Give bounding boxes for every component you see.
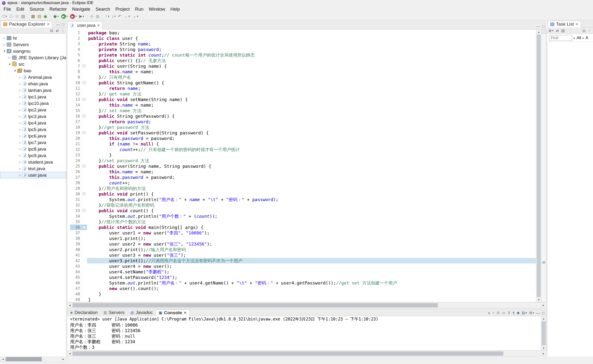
expand-arrow-icon[interactable]: ▷ <box>18 134 23 138</box>
menu-project[interactable]: Project <box>113 7 132 12</box>
editor-vertical-scrollbar[interactable]: ▴ ▾ <box>536 29 541 302</box>
code-line-13[interactable]: 13− public void setName(String name) { <box>67 97 536 102</box>
code-line-44[interactable]: 44 user4.setName("李鹏程"); <box>67 269 536 275</box>
tree-item-student-java[interactable]: ▷student.java <box>0 159 66 165</box>
scroll-lock-icon[interactable]: ⇕ <box>507 311 511 315</box>
scroll-thumb[interactable] <box>6 357 42 361</box>
scroll-left-icon[interactable]: ◂ <box>67 351 72 356</box>
scroll-track[interactable] <box>541 321 546 346</box>
dropdown-arrow-icon[interactable]: ▾ <box>75 15 77 18</box>
menu-source[interactable]: Source <box>27 7 47 12</box>
code-line-31[interactable]: 31 System.out.println("用户名：" + name + "\… <box>67 197 536 202</box>
expand-arrow-icon[interactable]: ▷ <box>18 82 23 86</box>
expand-arrow-icon[interactable]: ▷ <box>18 115 23 118</box>
code-line-19[interactable]: 19− public void setPassword(String passw… <box>67 130 536 136</box>
close-console-icon[interactable] <box>184 310 186 315</box>
code-line-6[interactable]: 6 public user() {}// 无参方法 <box>67 58 536 63</box>
tree-item-xiangmu[interactable]: ▾xiangmu <box>0 48 66 54</box>
tree-item-lanhan-java[interactable]: ▷lanhan.java <box>0 87 66 94</box>
scroll-up-icon[interactable]: ▴ <box>541 316 546 321</box>
link-with-editor-icon[interactable]: ⇄ <box>56 29 59 33</box>
pin-console-icon[interactable]: ◆ <box>517 311 520 315</box>
expand-arrow-icon[interactable]: ▷ <box>18 102 23 105</box>
tree-item-user-java[interactable]: ▷user.java <box>0 172 66 178</box>
new-wizard-icon[interactable]: □▾ <box>2 13 8 20</box>
code-line-5[interactable]: 5 private static int count;// count每一个用户… <box>67 52 536 58</box>
scroll-down-icon[interactable]: ▾ <box>536 297 541 302</box>
scroll-thumb[interactable] <box>72 303 438 307</box>
code-line-48[interactable]: 48 } <box>67 291 536 297</box>
scroll-down-icon[interactable]: ▾ <box>541 346 546 350</box>
code-line-22[interactable]: 22 count++;// 只有创建一个新的密码的时候才有一个用户统计 <box>67 147 536 152</box>
scroll-left-icon[interactable]: ◂ <box>0 357 6 362</box>
scroll-thumb[interactable] <box>542 321 546 345</box>
debug-icon[interactable]: ◉▾ <box>52 13 59 20</box>
fold-marker-icon[interactable]: − <box>82 64 86 68</box>
code-line-15[interactable]: 15 }// set name 方法 <box>67 108 536 113</box>
menu-help[interactable]: Help <box>168 7 182 12</box>
scroll-thumb[interactable] <box>537 35 541 297</box>
code-line-34[interactable]: 34 System.out.println("用户个数：" + (count))… <box>67 213 536 219</box>
code-line-16[interactable]: 16− public String getPassword() { <box>67 113 536 119</box>
code-line-12[interactable]: 12 }// get name 方法 <box>67 91 536 97</box>
menu-run[interactable]: Run <box>132 7 146 12</box>
tree-item-lpc4-java[interactable]: ▷lpc4.java <box>0 120 66 126</box>
view-menu-icon[interactable]: ⋮ <box>61 29 65 33</box>
expand-arrow-icon[interactable]: ▷ <box>18 147 23 151</box>
run-icon[interactable]: ▶▾ <box>60 14 69 19</box>
fold-marker-icon[interactable]: − <box>82 81 86 84</box>
menu-navigate[interactable]: Navigate <box>69 7 93 12</box>
expand-arrow-icon[interactable]: ▷ <box>18 141 23 144</box>
new-task-icon[interactable]: ⊕▾ <box>549 29 553 33</box>
code-line-45[interactable]: 45 user4.setPassword("1234"); <box>67 275 536 280</box>
minimize-editor-icon[interactable]: — <box>536 24 540 28</box>
code-line-36[interactable]: 36− public static void main(String[] arg… <box>67 225 536 230</box>
code-line-39[interactable]: 39 user user2 = new user("张三", "123456")… <box>67 241 536 247</box>
close-editor-tab-icon[interactable] <box>97 23 100 28</box>
task-list-tab[interactable]: Task List <box>548 21 581 28</box>
tree-item-ehan-java[interactable]: ▷ehan.java <box>0 80 66 87</box>
expand-arrow-icon[interactable]: ▷ <box>18 88 23 92</box>
code-line-23[interactable]: 23 } <box>67 152 536 158</box>
fold-marker-icon[interactable]: − <box>82 226 86 229</box>
code-line-24[interactable]: 24 }//set password 方法 <box>67 158 536 163</box>
new-package-icon[interactable]: ▧ <box>36 13 42 20</box>
tab-console[interactable]: ▣Console <box>156 309 189 316</box>
code-line-11[interactable]: 11 return name; <box>67 86 536 91</box>
code-line-4[interactable]: 4 private String password; <box>67 47 536 52</box>
tree-item-lpc6-java[interactable]: ▷lpc6.java <box>0 133 66 139</box>
expand-arrow-icon[interactable]: ▷ <box>18 108 23 112</box>
expand-arrow-icon[interactable]: ▷ <box>18 154 23 157</box>
tree-item-servers[interactable]: ▷Servers <box>0 41 66 48</box>
scroll-right-icon[interactable]: ▸ <box>541 351 546 356</box>
code-line-27[interactable]: 27 this.password = password; <box>67 175 536 180</box>
code-line-25[interactable]: 25− public user(String name, String pass… <box>67 163 536 169</box>
dropdown-arrow-icon[interactable]: ▾ <box>6 15 7 18</box>
new-java-project-icon[interactable]: ▦ <box>30 13 36 20</box>
save-icon[interactable]: ⊡ <box>8 13 14 20</box>
tab-servers[interactable]: ▥Servers <box>101 309 128 316</box>
fold-marker-icon[interactable]: − <box>82 114 86 118</box>
word-wrap-icon[interactable]: ¶ <box>513 311 515 315</box>
fold-marker-icon[interactable]: − <box>82 192 86 196</box>
tab-declaration[interactable]: ◈Declaration <box>67 309 101 316</box>
minimize-view-icon[interactable]: — <box>536 311 540 315</box>
scroll-left-icon[interactable]: ◂ <box>67 303 72 308</box>
code-line-8[interactable]: 8 this.name = name; <box>67 69 536 74</box>
clear-console-icon[interactable]: ▭ <box>502 311 505 315</box>
overview-ruler[interactable] <box>541 29 546 302</box>
expand-arrow-icon[interactable]: ▷ <box>18 75 23 79</box>
code-line-17[interactable]: 17 return password; <box>67 119 536 124</box>
code-line-7[interactable]: 7− public user(String name) { <box>67 63 536 69</box>
last-edit-location-icon[interactable]: ↶ <box>117 13 122 20</box>
menu-refactor[interactable]: Refactor <box>47 7 70 12</box>
dropdown-arrow-icon[interactable]: ▾ <box>526 311 527 314</box>
forward-icon[interactable]: →▾ <box>131 13 139 20</box>
editor-horizontal-scrollbar[interactable]: ◂ ▸ <box>67 302 546 308</box>
tree-item-hr[interactable]: ▷hr <box>0 35 66 41</box>
maximize-view-icon[interactable]: □ <box>542 311 544 315</box>
tree-item-lpc10-java[interactable]: ▷lpc10.java <box>0 100 66 107</box>
collapse-arrow-icon[interactable]: ▾ <box>2 49 7 53</box>
dropdown-arrow-icon[interactable]: ▾ <box>108 15 109 18</box>
dropdown-arrow-icon[interactable]: ▾ <box>533 311 534 314</box>
